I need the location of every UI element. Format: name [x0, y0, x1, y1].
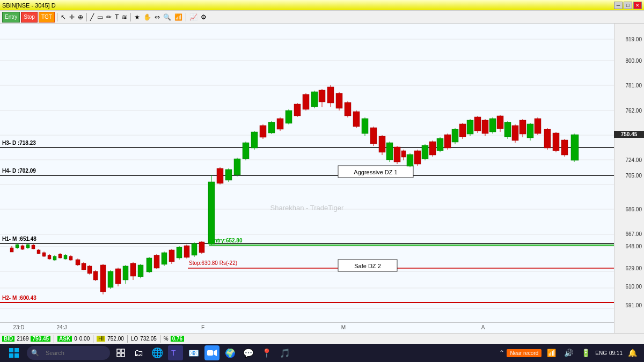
svg-rect-178 [553, 133, 559, 151]
separator-3 [130, 13, 131, 21]
price-800: 800.00 [625, 58, 642, 64]
svg-text:Aggressive DZ 1: Aggressive DZ 1 [354, 169, 397, 175]
search-input[interactable] [41, 346, 106, 360]
svg-rect-136 [394, 147, 400, 162]
taskview-icon[interactable] [113, 345, 128, 360]
svg-rect-189 [9, 348, 13, 352]
star-icon[interactable]: ★ [133, 13, 141, 21]
price-705: 705.00 [625, 172, 642, 178]
svg-rect-182 [571, 135, 579, 160]
svg-rect-140 [407, 154, 413, 166]
outlook-icon[interactable]: 📧 [186, 345, 201, 360]
svg-rect-96 [225, 169, 232, 180]
svg-rect-0 [0, 24, 614, 333]
svg-rect-110 [286, 110, 292, 123]
speaker-icon[interactable]: 🔊 [561, 345, 576, 360]
svg-rect-112 [294, 104, 301, 116]
price-724: 724.00 [625, 157, 642, 162]
svg-text:T: T [171, 349, 176, 357]
svg-text:Sharekhan - TradeTiger: Sharekhan - TradeTiger [270, 204, 344, 212]
svg-text:H4- D :702.09: H4- D :702.09 [2, 168, 36, 174]
chrome-icon[interactable]: 🌐 [150, 345, 165, 360]
svg-rect-76 [147, 258, 152, 272]
globe-icon[interactable]: 🌍 [223, 345, 238, 360]
tgt-button[interactable]: TGT [39, 12, 55, 23]
svg-rect-198 [207, 350, 213, 356]
battery-icon[interactable]: 🔋 [578, 345, 593, 360]
chart-svg: H3- D :718.23 H4- D :702.09 H1- M :651.4… [0, 24, 614, 333]
window-controls[interactable]: ─ □ ✕ [614, 2, 642, 9]
search-icon: 🔍 [31, 349, 39, 357]
bid-price: 750.45 [31, 336, 50, 342]
bid-value: 2169 [17, 336, 28, 342]
explorer-icon[interactable]: 🗂 [131, 345, 147, 360]
signal-icon[interactable]: 📶 [173, 13, 184, 21]
svg-rect-195 [117, 353, 120, 357]
svg-rect-72 [130, 263, 136, 276]
svg-text:23:D: 23:D [13, 324, 24, 330]
search2-icon[interactable]: 🔍 [162, 13, 172, 21]
close-button[interactable]: ✕ [633, 2, 642, 9]
stop-button[interactable]: Stop [21, 12, 38, 23]
svg-rect-106 [268, 122, 275, 133]
svg-rect-126 [353, 112, 360, 127]
svg-rect-38 [26, 245, 30, 248]
chart-icon[interactable]: 📈 [188, 13, 199, 21]
svg-rect-192 [14, 353, 19, 358]
measure-icon[interactable]: ⇔ [153, 13, 161, 21]
pencil-icon[interactable]: ✏ [105, 13, 113, 21]
separator-4 [186, 13, 186, 21]
zoom-icon[interactable] [204, 345, 219, 360]
text-icon[interactable]: T [114, 13, 120, 21]
svg-rect-58 [82, 263, 86, 270]
teams-icon[interactable]: T [168, 345, 183, 360]
settings-icon[interactable]: ⚙ [200, 13, 208, 21]
status-sep-4 [160, 335, 160, 343]
chat-icon[interactable]: 💬 [241, 345, 256, 360]
hand-icon[interactable]: ✋ [142, 13, 152, 21]
fib-icon[interactable]: ≋ [121, 13, 128, 21]
price-781: 781.00 [625, 83, 642, 88]
cursor-icon[interactable]: ↖ [60, 13, 67, 21]
svg-rect-40 [32, 245, 35, 249]
svg-rect-82 [169, 250, 174, 262]
svg-rect-172 [527, 124, 533, 138]
svg-rect-156 [467, 120, 473, 134]
toolbar: Entry Stop TGT ↖ ✛ ⊕ ╱ ▭ ✏ T ≋ ★ ✋ ⇔ 🔍 📶… [0, 11, 644, 24]
svg-rect-164 [497, 116, 503, 129]
status-bar: BID 2169 750.45 ASK 0 0.00 HI 752.00 LO … [0, 333, 644, 344]
rect-icon[interactable]: ▭ [96, 13, 104, 21]
notification-icon[interactable]: 🔔 [625, 345, 640, 360]
svg-rect-130 [370, 128, 377, 144]
entry-button[interactable]: Entry [2, 12, 20, 23]
svg-rect-36 [21, 246, 24, 249]
price-591: 591.00 [625, 302, 642, 308]
svg-rect-78 [154, 255, 159, 268]
svg-rect-158 [474, 117, 481, 131]
svg-rect-52 [64, 255, 67, 259]
system-clock[interactable]: 09:11 [609, 350, 623, 356]
network-icon[interactable]: 📶 [544, 345, 559, 360]
maps-icon[interactable]: 📍 [259, 345, 274, 360]
restore-button[interactable]: □ [624, 2, 632, 9]
svg-rect-118 [319, 90, 325, 102]
svg-rect-84 [177, 247, 182, 258]
separator-2 [86, 13, 87, 21]
svg-rect-98 [234, 159, 240, 175]
chevron-up-icon[interactable]: ⌃ [499, 349, 504, 357]
crosshair-icon[interactable]: ✛ [68, 13, 76, 21]
svg-rect-74 [138, 265, 143, 277]
svg-rect-134 [386, 143, 393, 160]
zoom-icon[interactable]: ⊕ [77, 13, 84, 21]
svg-rect-56 [76, 260, 80, 265]
start-button[interactable] [4, 345, 24, 360]
media-icon[interactable]: 🎵 [277, 345, 292, 360]
svg-rect-166 [504, 122, 511, 137]
pct-value: 0.76 [171, 336, 184, 342]
svg-rect-104 [260, 125, 266, 137]
svg-text:Stop:630.80 Rs(-22): Stop:630.80 Rs(-22) [189, 260, 237, 266]
taskbar: 🔍 🗂 🌐 T 📧 🌍 💬 📍 🎵 ⌃ Near record 📶 🔊 🔋 EN… [0, 344, 644, 362]
minimize-button[interactable]: ─ [614, 2, 623, 9]
svg-text:24:J: 24:J [57, 324, 67, 330]
line-icon[interactable]: ╱ [89, 13, 95, 21]
